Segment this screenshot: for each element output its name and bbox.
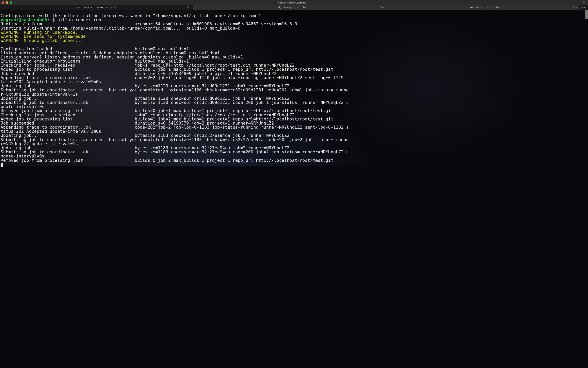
terminal-line: Checking for jobs... received job=2 repo… [0,113,588,117]
terminal-line: Job succeeded duration_s=0.54193379 job=… [0,121,588,125]
terminal-line: Appending trace to coordinator...ok code… [0,125,588,129]
terminal-line: Configuration (with the authentication t… [0,14,588,18]
terminal-line: tatus=202 Accepted update-interval=1m0s [0,80,588,84]
tab-shortcut: ⌘3 [573,6,577,9]
close-button[interactable] [2,1,4,4]
traffic-lights [0,1,12,4]
tab-label: ..personal/test (-zsh) [466,6,499,9]
terminal-line: Checking for jobs... received job=1 repo… [0,63,588,67]
tab-shortcut: ⌘2 [380,6,384,9]
terminal-line: Submitting job to coordinator...ok bytes… [0,150,588,154]
terminal-line: tatus=202 Accepted update-interval=1m0s [0,129,588,133]
tab-bar-actions: ≡ + [579,5,588,10]
terminal-line: Updating job... bytesize=1183 checksum=c… [0,133,588,138]
terminal-line [0,43,588,46]
cursor-block [0,163,3,167]
terminal-line: Updating job... bytesize=1120 checksum=c… [0,96,588,100]
terminal-line: Submitting job to coordinator...accepted… [0,138,588,142]
scrollbar-thumb[interactable] [585,10,588,19]
broadcast-indicator: ⌃⌘1 [581,1,587,4]
terminal-line: vagrant@hashiqube0:~$ gitlab-runner run [0,18,588,22]
tab-2[interactable]: ..nal/hashiqube (-zsh) ⌘2 [193,5,386,10]
terminal-line: WARNING: $ sudo gitlab-runner... [0,38,588,43]
minimize-button[interactable] [6,1,8,4]
tab-bar: vagrant@hashiqube0: ~ (ssh) ⌘1 ..nal/has… [0,5,588,10]
window-titlebar: vagrant@hashiqube0: ~ ⌃⌘1 [0,0,588,5]
terminal-output[interactable]: Configuration (with the authentication t… [0,10,588,166]
tab-menu-icon[interactable]: ≡ [581,6,583,9]
terminal-line: Submitting job to coordinator...accepted… [0,88,588,92]
terminal-line: pdate-interval=0s [0,104,588,109]
terminal-line: Added job to processing list builds=1 jo… [0,67,588,71]
terminal-line: [session_server].listen_address not defi… [0,55,588,59]
terminal-line: WARNING: Running in user-mode. [0,30,588,34]
zoom-button[interactable] [10,1,12,4]
terminal-line: Job succeeded duration_s=0.836534809 job… [0,72,588,76]
terminal-line: Added job to processing list builds=1 jo… [0,117,588,121]
terminal-line: Appending trace to coordinator...ok code… [0,76,588,80]
tab-shortcut: ⌘1 [187,6,191,9]
tab-1[interactable]: vagrant@hashiqube0: ~ (ssh) ⌘1 [0,5,193,10]
terminal-line: Configuration loaded builds=0 max_builds… [0,47,588,51]
terminal-line: listen_address not defined, metrics & de… [0,51,588,55]
terminal-cursor-line [0,162,588,166]
terminal-line: Updating job... bytesize=1120 checksum=c… [0,84,588,88]
tab-3[interactable]: ..personal/test (-zsh) ⌘3 [386,5,579,10]
terminal-line: Starting multi-runner from /home/vagrant… [0,26,588,30]
terminal-line: Submitting job to coordinator...ok bytes… [0,100,588,104]
terminal-line: Removed job from processing list builds=… [0,158,588,162]
terminal-line: Removed job from processing list builds=… [0,109,588,113]
tab-label: vagrant@hashiqube0: ~ (ssh) [76,6,117,9]
terminal-line: r=NRYUnqLZ2 update-interval=1s [0,142,588,146]
window-title: vagrant@hashiqube0: ~ [0,1,588,4]
new-tab-icon[interactable]: + [584,6,586,9]
terminal-line: Updating job... bytesize=1183 checksum=c… [0,146,588,150]
terminal-line: Initializing executor providers builds=0… [0,59,588,63]
terminal-line: pdate-interval=0s [0,154,588,158]
terminal-line: r=NRYUnqLZ2 update-interval=1s [0,92,588,96]
tab-label: ..nal/hashiqube (-zsh) [272,6,306,9]
terminal-line: WARNING: Use sudo for system-mode: [0,34,588,38]
terminal-line: Runtime platform arch=arm64 os=linux pid… [0,22,588,26]
